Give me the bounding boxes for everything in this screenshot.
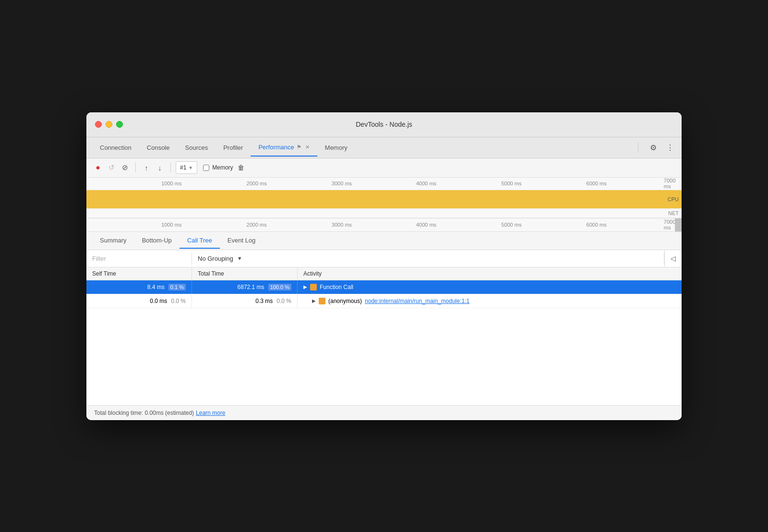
timeline-ruler-top: 1000 ms 2000 ms 3000 ms 4000 ms 5000 ms …: [86, 178, 682, 190]
minimize-button[interactable]: [106, 121, 112, 128]
toolbar: ● ↺ ⊘ ↑ ↓ #1 ▼ Memory 🗑: [86, 158, 682, 178]
memory-checkbox[interactable]: [203, 165, 209, 171]
tab-summary[interactable]: Summary: [92, 233, 134, 249]
tab-bottom-up[interactable]: Bottom-Up: [134, 233, 180, 249]
learn-more-link[interactable]: Learn more: [196, 410, 225, 416]
preset-dropdown-icon: ▼: [188, 165, 193, 170]
sidebar-toggle-icon: ◁: [671, 254, 676, 262]
close-button[interactable]: [95, 121, 102, 128]
table-body: 8.4 ms 0.1 % 6872.1 ms 100.0 % ▶ Functio…: [86, 280, 682, 405]
tab-profiler[interactable]: Profiler: [216, 139, 251, 156]
cpu-bar: CPU: [86, 190, 682, 208]
net-bar: NET: [86, 208, 682, 218]
tick-3000: 3000 ms: [332, 181, 352, 186]
tab-bar-icons: ⚙ ⋮: [634, 141, 676, 154]
tick-4000: 4000 ms: [416, 181, 436, 186]
download-button[interactable]: ↓: [154, 162, 166, 173]
filter-input[interactable]: [86, 252, 192, 265]
tick-5000: 5000 ms: [501, 181, 521, 186]
toolbar-separator-2: [170, 163, 171, 172]
delete-button[interactable]: 🗑: [235, 162, 247, 173]
col-header-self-time: Self Time: [86, 267, 192, 280]
source-link-2[interactable]: node:internal/main/run_main_module:1:1: [365, 298, 469, 304]
tick-7000: 7000 ms: [664, 178, 676, 189]
more-options-icon[interactable]: ⋮: [664, 141, 676, 154]
tick2-2000: 2000 ms: [247, 222, 267, 228]
reload-button[interactable]: ↺: [106, 162, 117, 173]
settings-icon[interactable]: ⚙: [648, 141, 659, 154]
table-row[interactable]: 8.4 ms 0.1 % 6872.1 ms 100.0 % ▶ Functio…: [86, 280, 682, 294]
cell-activity-1: ▶ Function Call: [298, 280, 682, 294]
tab-memory[interactable]: Memory: [317, 139, 355, 156]
tab-sources[interactable]: Sources: [177, 139, 216, 156]
traffic-lights: [95, 121, 123, 128]
table-row[interactable]: 0.0 ms 0.0 % 0.3 ms 0.0 % ▶ (anonymous) …: [86, 294, 682, 308]
filter-bar: No Grouping ▼ ◁: [86, 250, 682, 267]
cell-self-time-2: 0.0 ms 0.0 %: [86, 294, 192, 308]
cell-self-time-1: 8.4 ms 0.1 %: [86, 280, 192, 294]
status-text: Total blocking time: 0.00ms (estimated): [94, 410, 194, 416]
tick-6000: 6000 ms: [587, 181, 607, 186]
tick2-3000: 3000 ms: [332, 222, 352, 228]
clear-button[interactable]: ⊘: [119, 162, 131, 173]
tab-separator: [638, 142, 638, 153]
col-header-total-time: Total Time: [192, 267, 298, 280]
cell-activity-2: ▶ (anonymous) node:internal/main/run_mai…: [298, 294, 682, 308]
col-header-activity: Activity: [298, 267, 682, 280]
tab-bar: Connection Console Sources Profiler Perf…: [86, 137, 682, 158]
grouping-dropdown-icon: ▼: [237, 255, 242, 261]
tick2-1000: 1000 ms: [161, 222, 181, 228]
toolbar-separator-1: [135, 163, 136, 172]
grouping-select[interactable]: No Grouping ▼: [192, 252, 664, 265]
tab-close-icon[interactable]: ✕: [305, 144, 310, 150]
tab-console[interactable]: Console: [139, 139, 178, 156]
devtools-window: DevTools - Node.js Connection Console So…: [86, 112, 682, 420]
record-button[interactable]: ●: [92, 162, 104, 173]
tab-performance[interactable]: Performance ⚑ ✕: [251, 139, 317, 157]
tab-connection[interactable]: Connection: [92, 139, 139, 156]
sidebar-toggle-button[interactable]: ◁: [664, 250, 682, 267]
timeline-area: 1000 ms 2000 ms 3000 ms 4000 ms 5000 ms …: [86, 178, 682, 232]
table-header: Self Time Total Time Activity: [86, 267, 682, 280]
tick2-5000: 5000 ms: [501, 222, 521, 228]
tick2-4000: 4000 ms: [416, 222, 436, 228]
folder-icon-2: [319, 298, 325, 304]
net-label: NET: [668, 210, 679, 216]
status-bar: Total blocking time: 0.00ms (estimated) …: [86, 405, 682, 420]
preset-select[interactable]: #1 ▼: [176, 161, 197, 174]
tab-call-tree[interactable]: Call Tree: [180, 233, 220, 249]
tick-1000: 1000 ms: [161, 181, 181, 186]
cell-total-time-2: 0.3 ms 0.0 %: [192, 294, 298, 308]
folder-icon-1: [310, 284, 317, 290]
cpu-label: CPU: [668, 196, 679, 202]
expand-icon-2[interactable]: ▶: [312, 298, 316, 303]
tick2-6000: 6000 ms: [587, 222, 607, 228]
scrollbar-handle[interactable]: [675, 218, 682, 231]
tick2-7000: 7000 ms: [664, 219, 676, 230]
memory-checkbox-area: Memory: [203, 164, 233, 171]
expand-icon-1[interactable]: ▶: [303, 284, 307, 290]
tick-2000: 2000 ms: [247, 181, 267, 186]
window-title: DevTools - Node.js: [356, 121, 412, 128]
record-icon: ⚑: [297, 144, 301, 150]
title-bar: DevTools - Node.js: [86, 112, 682, 137]
analysis-tabs: Summary Bottom-Up Call Tree Event Log: [86, 232, 682, 250]
main-content: Self Time Total Time Activity 8.4 ms 0.1…: [86, 267, 682, 405]
maximize-button[interactable]: [116, 121, 123, 128]
cell-total-time-1: 6872.1 ms 100.0 %: [192, 280, 298, 294]
timeline-ruler-bottom: 1000 ms 2000 ms 3000 ms 4000 ms 5000 ms …: [86, 218, 682, 231]
upload-button[interactable]: ↑: [141, 162, 152, 173]
tab-event-log[interactable]: Event Log: [220, 233, 264, 249]
